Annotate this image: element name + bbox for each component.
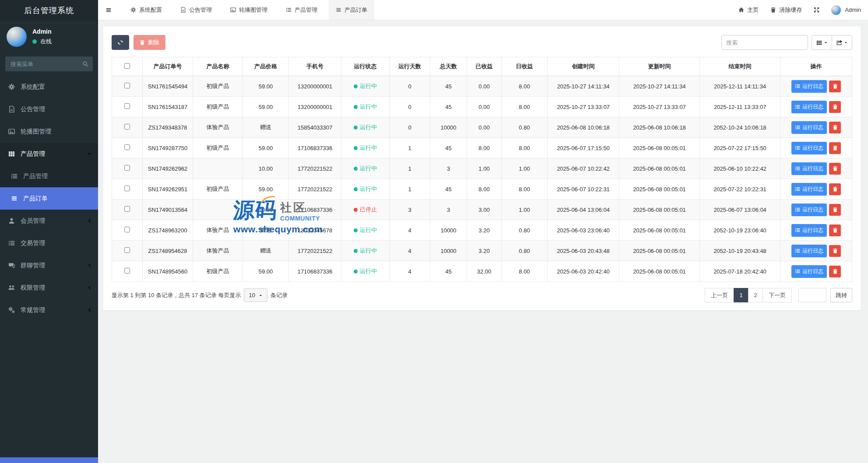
cell-daily: 1.00	[502, 200, 548, 220]
run-log-button[interactable]: 运行日志	[791, 245, 827, 257]
run-log-button[interactable]: 运行日志	[791, 203, 827, 216]
row-checkbox[interactable]	[124, 186, 130, 191]
delete-row-button[interactable]	[829, 183, 841, 195]
jump-button[interactable]: 跳转	[830, 288, 852, 302]
trash-icon	[833, 125, 838, 130]
tab-product-mgmt[interactable]: 产品管理	[279, 0, 324, 20]
sidebar: 后台管理系统 Admin 在线 系统配置 公告管理 轮播图管理	[0, 0, 98, 463]
select-all-checkbox[interactable]	[124, 63, 130, 69]
sidebar-item-transactions[interactable]: 交易管理	[0, 232, 98, 254]
tab-carousel[interactable]: 轮播图管理	[223, 0, 274, 20]
run-log-button[interactable]: 运行日志	[791, 142, 827, 154]
file-icon	[180, 7, 186, 13]
cell-end: 2025-07-22 10:22:31	[700, 179, 780, 200]
sidebar-item-permissions[interactable]: 权限管理	[0, 277, 98, 299]
sidebar-item-carousel[interactable]: 轮播图管理	[0, 120, 98, 143]
delete-row-button[interactable]	[829, 142, 841, 154]
delete-row-button[interactable]	[829, 101, 841, 113]
cell-earned: 1.00	[467, 158, 502, 179]
status-label: 运行中	[360, 227, 377, 233]
prev-page-button[interactable]: 上一页	[705, 288, 734, 302]
user-menu[interactable]: Admin	[831, 5, 861, 15]
online-status-label: 在线	[40, 38, 52, 46]
run-log-button[interactable]: 运行日志	[791, 162, 827, 175]
delete-row-button[interactable]	[829, 266, 841, 277]
table-row: SN1749262962 10.00 17720221522 运行中 1 3 1…	[112, 158, 852, 179]
select-all-cell	[112, 57, 143, 76]
row-checkbox[interactable]	[124, 83, 130, 88]
next-page-button[interactable]: 下一页	[763, 288, 792, 302]
page-size-value: 10	[249, 292, 255, 298]
sidebar-item-system-config[interactable]: 系统配置	[0, 76, 98, 98]
row-checkbox[interactable]	[124, 247, 130, 253]
cell-earned: 32.00	[467, 261, 502, 282]
cell-daily: 1.00	[502, 158, 548, 179]
sidebar-item-general[interactable]: 常规管理	[0, 299, 98, 321]
sidebar-subitem-product-orders[interactable]: 产品订单	[0, 187, 98, 210]
cell-run-days: 4	[390, 261, 430, 282]
home-link[interactable]: 主页	[738, 6, 759, 14]
run-log-label: 运行日志	[802, 144, 823, 152]
row-checkbox[interactable]	[124, 124, 130, 130]
row-checkbox[interactable]	[124, 227, 130, 232]
run-log-button[interactable]: 运行日志	[791, 183, 827, 196]
row-checkbox[interactable]	[124, 103, 130, 109]
status-dot	[354, 84, 358, 88]
cell-end: 2025-07-22 17:15:50	[700, 138, 780, 158]
delete-row-button[interactable]	[829, 163, 841, 175]
cell-created: 2025-06-03 23:06:40	[548, 220, 619, 241]
run-log-button[interactable]: 运行日志	[791, 265, 827, 278]
run-log-button[interactable]: 运行日志	[791, 121, 827, 134]
table-search-input[interactable]	[721, 35, 808, 50]
page-size-select[interactable]: 10	[244, 288, 267, 302]
sidebar-subitem-product-mgmt[interactable]: 产品管理	[0, 165, 98, 187]
page-1-button[interactable]: 1	[734, 288, 749, 302]
online-status-dot	[32, 39, 37, 44]
refresh-button[interactable]	[112, 35, 129, 50]
tab-product-orders[interactable]: 产品订单	[329, 0, 374, 20]
sidebar-item-members[interactable]: 会员管理	[0, 210, 98, 232]
run-log-button[interactable]: 运行日志	[791, 101, 827, 113]
delete-row-button[interactable]	[829, 122, 841, 133]
row-checkbox[interactable]	[124, 268, 130, 274]
sidebar-toggle-button[interactable]	[98, 0, 119, 20]
cell-end: 2025-12-11 14:11:34	[700, 76, 780, 97]
sidebar-item-product-mgmt[interactable]: 产品管理	[0, 143, 98, 165]
run-log-button[interactable]: 运行日志	[791, 80, 827, 93]
page-2-button[interactable]: 2	[748, 288, 763, 302]
row-checkbox[interactable]	[124, 206, 130, 212]
delete-row-button[interactable]	[829, 81, 841, 92]
list-icon	[795, 228, 800, 233]
tab-system-config[interactable]: 系统配置	[123, 0, 169, 20]
cell-price: 59.00	[243, 261, 289, 282]
cell-price: 赠送	[243, 220, 289, 241]
row-checkbox-cell	[112, 158, 143, 179]
delete-button[interactable]: 删除	[134, 35, 165, 50]
export-button[interactable]	[832, 35, 852, 50]
delete-row-button[interactable]	[829, 245, 841, 257]
users-icon	[8, 284, 15, 291]
list-icon	[795, 248, 800, 253]
sidebar-item-announcements[interactable]: 公告管理	[0, 98, 98, 120]
trash-icon	[833, 104, 838, 109]
cell-status: 运行中	[341, 220, 390, 241]
cell-actions: 运行日志	[780, 117, 852, 138]
cell-status: 运行中	[341, 261, 390, 282]
delete-row-button[interactable]	[829, 224, 841, 236]
sidebar-item-group-chat[interactable]: 群聊管理	[0, 254, 98, 277]
tab-announcements[interactable]: 公告管理	[173, 0, 219, 20]
jump-page-input[interactable]	[798, 288, 826, 302]
row-checkbox[interactable]	[124, 144, 130, 150]
columns-toggle-button[interactable]	[812, 35, 832, 50]
col-daily: 日收益	[502, 57, 548, 76]
sidebar-search-input[interactable]	[5, 56, 93, 71]
main-content: 删除	[98, 20, 868, 463]
row-checkbox[interactable]	[124, 165, 130, 171]
clear-cache-link[interactable]: 清除缓存	[770, 6, 802, 14]
trash-icon	[833, 248, 838, 253]
order-table-body: SN1761545494 初级产品 59.00 13200000001 运行中 …	[112, 76, 852, 282]
run-log-button[interactable]: 运行日志	[791, 224, 827, 237]
list-icon	[795, 84, 800, 89]
delete-row-button[interactable]	[829, 204, 841, 216]
fullscreen-button[interactable]	[814, 7, 819, 13]
